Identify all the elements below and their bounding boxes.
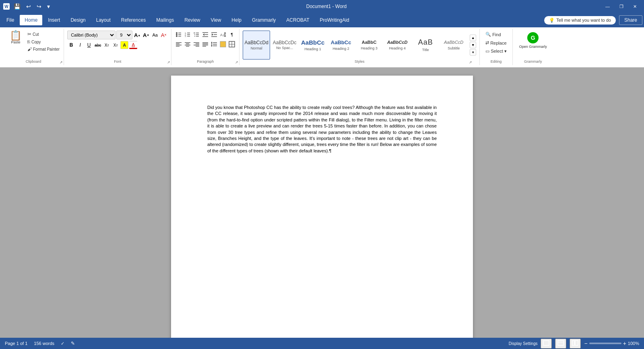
svg-marker-51 — [211, 42, 213, 43]
zoom-control: − + 100% — [584, 340, 639, 347]
editing-group: 🔍 Find ⇄ Replace ▭ Select ▾ Editing — [480, 29, 513, 65]
menu-prowritingaid[interactable]: ProWritingAid — [315, 15, 354, 25]
decrease-indent-button[interactable] — [201, 31, 209, 39]
share-button[interactable]: Share — [619, 15, 642, 25]
restore-button[interactable]: ❐ — [615, 2, 627, 11]
menu-home[interactable]: Home — [20, 15, 42, 25]
menu-review[interactable]: Review — [180, 15, 205, 25]
paste-button[interactable]: 📋 Paste — [6, 29, 25, 46]
strikethrough-button[interactable]: abc — [94, 41, 102, 49]
line-spacing-button[interactable] — [210, 40, 218, 48]
styles-scroll-down[interactable]: ▼ — [470, 42, 476, 48]
bullets-button[interactable] — [175, 31, 183, 39]
display-settings[interactable]: Display Settings — [509, 341, 538, 346]
menu-help[interactable]: Help — [227, 15, 246, 25]
styles-group: AaBbCcDd Normal AaBbCcDc No Spac... AaBb… — [239, 29, 480, 65]
menu-design[interactable]: Design — [66, 15, 90, 25]
clipboard-expand[interactable]: ↗ — [60, 60, 63, 64]
styles-group-expand[interactable]: ↗ — [469, 60, 472, 64]
multilevel-list-button[interactable] — [192, 31, 200, 39]
svg-rect-60 — [572, 341, 574, 345]
numbering-button[interactable]: 1.2.3. — [184, 31, 192, 39]
style-subtitle[interactable]: AaBbCcD Subtitle — [440, 31, 467, 60]
menu-insert[interactable]: Insert — [43, 15, 65, 25]
menu-layout[interactable]: Layout — [91, 15, 116, 25]
svg-rect-58 — [558, 341, 564, 345]
cut-button[interactable]: ✂ Cut — [26, 31, 61, 38]
clipboard-group: 📋 Paste ✂ Cut ⎘ Copy 🖌 Format Painter Cl… — [3, 29, 64, 65]
style-heading1[interactable]: AaBbCc Heading 1 — [299, 31, 326, 60]
style-heading4[interactable]: AaBbCcD Heading 4 — [384, 31, 411, 60]
style-no-spacing[interactable]: AaBbCcDc No Spac... — [271, 31, 298, 60]
justify-button[interactable] — [201, 40, 209, 48]
font-expand[interactable]: ↗ — [167, 60, 170, 64]
font-color-button[interactable]: A — [129, 41, 137, 49]
show-hide-button[interactable]: ¶ — [228, 31, 236, 39]
format-painter-button[interactable]: 🖌 Format Painter — [26, 46, 61, 52]
sort-button[interactable]: AZ — [219, 31, 227, 39]
svg-rect-53 — [220, 41, 226, 47]
font-family-select[interactable]: Calibri (Body) — [67, 31, 116, 39]
svg-marker-52 — [211, 45, 213, 47]
zoom-in-button[interactable]: + — [623, 340, 626, 347]
superscript-button[interactable]: X2 — [111, 41, 120, 49]
customize-qat-button[interactable]: ▾ — [45, 2, 52, 10]
word-icon: W — [3, 3, 10, 10]
decrease-font-button[interactable]: A▼ — [142, 31, 150, 39]
web-layout-view-button[interactable] — [555, 339, 566, 349]
subscript-button[interactable]: X2 — [103, 41, 111, 49]
highlight-color-button[interactable]: A — [120, 41, 128, 49]
find-button[interactable]: 🔍 Find — [483, 31, 503, 38]
select-button[interactable]: ▭ Select ▾ — [483, 47, 509, 55]
paragraph-expand[interactable]: ↗ — [235, 60, 238, 64]
menu-file[interactable]: File — [2, 15, 19, 25]
open-grammarly-button[interactable]: G Open Grammarly — [516, 31, 550, 51]
increase-font-button[interactable]: A▲ — [133, 31, 141, 39]
shading-button[interactable] — [219, 40, 227, 48]
underline-button[interactable]: U — [85, 41, 93, 49]
zoom-out-button[interactable]: − — [584, 340, 587, 347]
tell-me-input[interactable]: 💡 Tell me what you want to do — [544, 16, 616, 25]
bold-button[interactable]: B — [67, 41, 75, 49]
clear-formatting-button[interactable]: A✕ — [160, 31, 168, 39]
align-center-button[interactable] — [184, 40, 192, 48]
zoom-percent[interactable]: 100% — [628, 341, 639, 346]
styles-scroll: AaBbCcDd Normal AaBbCcDc No Spac... AaBb… — [243, 31, 468, 60]
redo-button[interactable]: ↪ — [35, 2, 43, 10]
align-right-button[interactable] — [192, 40, 200, 48]
menu-acrobat[interactable]: ACROBAT — [281, 15, 314, 25]
increase-indent-button[interactable] — [210, 31, 218, 39]
italic-button[interactable]: I — [76, 41, 84, 49]
style-title[interactable]: AaB Title — [412, 31, 439, 60]
minimize-button[interactable]: — — [601, 2, 614, 10]
clipboard-label: Clipboard — [3, 60, 64, 64]
style-normal[interactable]: AaBbCcDd Normal — [243, 31, 270, 60]
replace-button[interactable]: ⇄ Replace — [483, 39, 509, 47]
styles-scroll-up[interactable]: ▲ — [470, 35, 476, 41]
menu-mailings[interactable]: Mailings — [151, 15, 179, 25]
document-content[interactable]: Did you know that Photoshop CC has the a… — [207, 105, 437, 154]
style-heading3[interactable]: AaBbC Heading 3 — [355, 31, 383, 60]
svg-marker-22 — [212, 33, 213, 36]
menu-view[interactable]: View — [206, 15, 226, 25]
undo-button[interactable]: ↩ — [25, 2, 33, 10]
word-count: 156 words — [34, 341, 54, 346]
style-heading2[interactable]: AaBbCc Heading 2 — [327, 31, 355, 60]
align-left-button[interactable] — [175, 40, 183, 48]
copy-button[interactable]: ⎘ Copy — [26, 39, 61, 45]
zoom-slider[interactable] — [589, 343, 621, 344]
copy-icon: ⎘ — [27, 39, 30, 44]
print-layout-view-button[interactable] — [541, 339, 552, 349]
menu-references[interactable]: References — [116, 15, 151, 25]
styles-expand[interactable]: ▾ — [470, 49, 476, 55]
close-button[interactable]: ✕ — [629, 2, 641, 11]
font-size-select[interactable]: 9 10 11 12 — [116, 31, 132, 39]
menu-grammarly[interactable]: Grammarly — [247, 15, 281, 25]
document-page[interactable]: Did you know that Photoshop CC has the a… — [171, 76, 473, 338]
read-mode-view-button[interactable] — [570, 339, 581, 349]
change-case-button[interactable]: Aa — [151, 31, 159, 39]
svg-point-2 — [176, 34, 178, 35]
save-button[interactable]: 💾 — [12, 2, 22, 10]
status-bar: Page 1 of 1 156 words ✓ ✎ Display Settin… — [0, 338, 644, 349]
borders-button[interactable] — [228, 40, 236, 48]
